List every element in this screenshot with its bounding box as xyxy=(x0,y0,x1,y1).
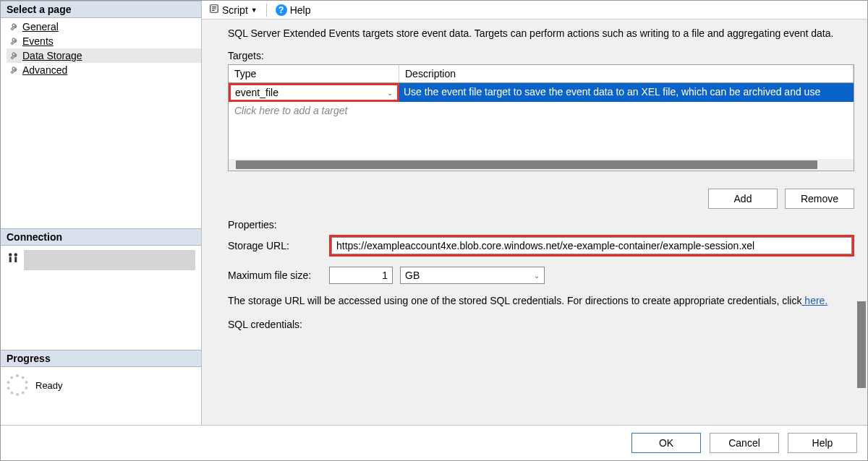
sidebar-item-label: General xyxy=(22,21,59,33)
toolbar-separator xyxy=(266,4,267,17)
hint-text: The storage URL will be accessed using o… xyxy=(228,295,801,306)
connection-section xyxy=(1,246,201,270)
targets-label: Targets: xyxy=(228,50,854,61)
wrench-icon xyxy=(9,65,20,75)
storage-url-input[interactable] xyxy=(331,237,852,254)
storage-hint: The storage URL will be accessed using o… xyxy=(228,294,854,307)
target-type-value: event_file xyxy=(235,87,278,98)
targets-table: Type Description event_file ⌄ Use the ev… xyxy=(228,64,854,171)
connection-icon xyxy=(7,251,20,264)
add-target-hint[interactable]: Click here to add a target xyxy=(229,102,854,119)
help-button-footer[interactable]: Help xyxy=(788,433,857,453)
sidebar-item-events[interactable]: Events xyxy=(7,34,201,48)
dropdown-arrow-icon: ▼ xyxy=(251,7,258,14)
progress-status: Ready xyxy=(35,380,63,391)
sidebar-item-data-storage[interactable]: Data Storage xyxy=(7,48,201,63)
help-label: Help xyxy=(290,4,311,16)
max-file-size-unit-select[interactable]: GB ⌄ xyxy=(400,267,545,284)
remove-button[interactable]: Remove xyxy=(785,189,854,209)
max-file-size-input[interactable] xyxy=(329,267,393,284)
hint-here-link[interactable]: here. xyxy=(801,295,827,306)
select-page-header: Select a page xyxy=(1,1,201,18)
add-button[interactable]: Add xyxy=(708,189,778,209)
ok-button[interactable]: OK xyxy=(631,433,701,453)
vertical-scrollbar[interactable] xyxy=(857,301,866,388)
table-row[interactable]: event_file ⌄ Use the event file target t… xyxy=(229,83,854,102)
sidebar: Select a page General Events xyxy=(1,1,202,425)
svg-rect-2 xyxy=(9,257,12,263)
properties-label: Properties: xyxy=(228,219,854,231)
script-label: Script xyxy=(222,4,248,16)
svg-point-0 xyxy=(9,253,12,257)
col-header-type[interactable]: Type xyxy=(229,65,399,82)
maximum-file-size-label: Maximum file size: xyxy=(228,270,329,281)
toolbar: Script ▼ ? Help xyxy=(202,1,867,20)
connection-value xyxy=(24,250,195,270)
sidebar-item-label: Data Storage xyxy=(22,50,82,61)
horizontal-scrollbar[interactable] xyxy=(229,159,854,171)
sql-credentials-label: SQL credentials: xyxy=(228,319,854,330)
wrench-icon xyxy=(9,51,20,61)
svg-rect-3 xyxy=(14,257,17,263)
col-header-description[interactable]: Description xyxy=(399,65,854,82)
sidebar-item-advanced[interactable]: Advanced xyxy=(7,63,201,77)
progress-spinner-icon xyxy=(7,374,28,396)
chevron-down-icon: ⌄ xyxy=(534,272,540,280)
sidebar-item-general[interactable]: General xyxy=(7,20,201,34)
dialog-footer: OK Cancel Help xyxy=(1,425,867,460)
cancel-button[interactable]: Cancel xyxy=(710,433,779,453)
wrench-icon xyxy=(9,22,20,32)
svg-point-1 xyxy=(14,253,18,257)
unit-value: GB xyxy=(405,270,420,281)
help-icon: ? xyxy=(276,4,287,16)
progress-header: Progress xyxy=(1,350,201,367)
chevron-down-icon: ⌄ xyxy=(387,89,393,97)
sidebar-item-label: Advanced xyxy=(22,64,67,76)
help-button[interactable]: ? Help xyxy=(273,3,314,17)
script-button[interactable]: Script ▼ xyxy=(206,2,260,17)
storage-url-label: Storage URL: xyxy=(228,240,329,251)
connection-header: Connection xyxy=(1,228,201,246)
content-pane: Script ▼ ? Help SQL Server Extended Even… xyxy=(202,1,867,425)
sidebar-item-label: Events xyxy=(22,35,54,47)
target-description-cell: Use the event file target to save the ev… xyxy=(399,83,854,102)
wrench-icon xyxy=(9,36,20,46)
description-text: SQL Server Extended Events targets store… xyxy=(228,27,854,40)
target-type-dropdown[interactable]: event_file ⌄ xyxy=(229,83,399,102)
script-icon xyxy=(209,4,219,16)
